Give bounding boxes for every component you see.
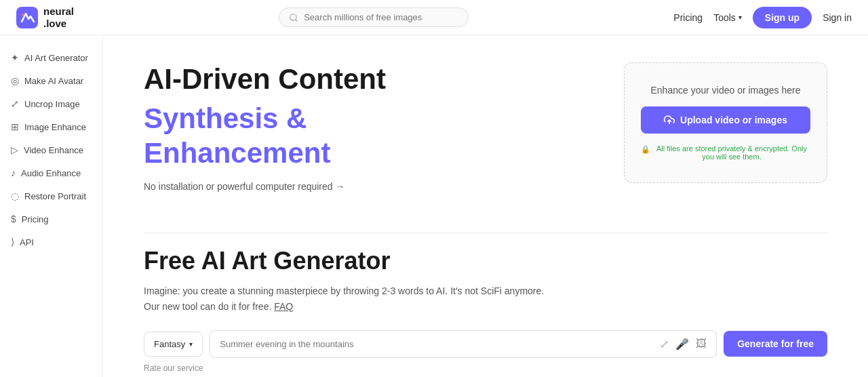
upload-icon [664,115,675,125]
section-divider [144,233,827,233]
art-section: Free AI Art Generator Imagine: you creat… [144,247,827,373]
logo-text: neural .love [43,5,74,30]
hero-text: AI-Driven Content Synthesis & Enhancemen… [144,62,597,192]
faq-link[interactable]: FAQ [274,301,293,312]
expand-icon[interactable]: ⤢ [660,338,669,351]
svg-point-2 [290,14,296,20]
api-icon: ⟩ [11,237,14,247]
security-notice: 🔒 All files are stored privately & encry… [641,144,810,161]
art-section-desc: Imagine: you create a stunning masterpie… [144,283,827,314]
search-bar[interactable] [279,7,469,27]
app-layout: ✦ AI Art Generator ◎ Make AI Avatar ⤢ Un… [0,35,868,377]
search-input[interactable] [304,12,458,22]
sidebar-item-pricing[interactable]: $ Pricing [0,207,102,231]
hero-subtitle: No installation or powerful computer req… [144,181,597,192]
sidebar-item-ai-art-generator[interactable]: ✦ AI Art Generator [0,46,102,69]
ai-art-icon: ✦ [11,52,19,63]
restore-icon: ◌ [11,191,19,201]
uncrop-icon: ⤢ [11,98,19,109]
sidebar-item-make-ai-avatar[interactable]: ◎ Make AI Avatar [0,69,102,92]
tools-nav-button[interactable]: Tools ▾ [713,12,742,23]
prompt-icons: ⤢ 🎤 🖼 [660,338,707,351]
upload-card: Enhance your video or images here Upload… [624,62,827,183]
generate-button[interactable]: Generate for free [724,331,827,357]
sidebar-item-uncrop-image[interactable]: ⤢ Uncrop Image [0,92,102,115]
sidebar-item-video-enhance[interactable]: ▷ Video Enhance [0,138,102,161]
hero-section: AI-Driven Content Synthesis & Enhancemen… [144,62,827,192]
hero-title-line1: AI-Driven Content [144,62,597,96]
main-content: AI-Driven Content Synthesis & Enhancemen… [103,35,868,377]
style-select[interactable]: Fantasy ▾ [144,332,203,357]
chevron-down-icon: ▾ [738,14,742,21]
prompt-input-wrapper: ⤢ 🎤 🖼 [210,330,717,358]
signup-button[interactable]: Sign up [753,7,812,28]
signin-link[interactable]: Sign in [823,12,852,23]
svg-point-1 [22,14,24,16]
sidebar-item-audio-enhance[interactable]: ♪ Audio Enhance [0,161,102,184]
image-upload-icon[interactable]: 🖼 [696,338,707,350]
microphone-icon[interactable]: 🎤 [675,338,689,351]
upload-button[interactable]: Upload video or images [641,106,810,134]
upload-label: Enhance your video or images here [650,85,800,96]
sidebar-item-api[interactable]: ⟩ API [0,231,102,254]
prompt-input[interactable] [220,339,654,349]
rate-review-text: Rate our service [144,363,827,373]
header: neural .love Pricing Tools ▾ Sign up Sig… [0,0,868,35]
audio-enhance-icon: ♪ [11,167,16,178]
header-left: neural .love [16,5,74,30]
sidebar-item-restore-portrait[interactable]: ◌ Restore Portrait [0,184,102,207]
video-enhance-icon: ▷ [11,144,18,155]
header-right: Pricing Tools ▾ Sign up Sign in [673,7,852,28]
art-section-title: Free AI Art Generator [144,247,827,275]
search-icon [289,13,298,22]
hero-title-line2: Synthesis & Enhancement [144,102,597,170]
logo-icon [16,7,38,28]
generator-bar: Fantasy ▾ ⤢ 🎤 🖼 Generate for free [144,330,827,358]
sidebar: ✦ AI Art Generator ◎ Make AI Avatar ⤢ Un… [0,35,103,377]
pricing-nav-link[interactable]: Pricing [673,12,703,23]
avatar-icon: ◎ [11,75,19,86]
sidebar-item-image-enhance[interactable]: ⊞ Image Enhance [0,115,102,138]
style-chevron-icon: ▾ [189,340,193,348]
image-enhance-icon: ⊞ [11,121,19,132]
lock-icon: 🔒 [641,145,650,154]
pricing-icon: $ [11,214,16,224]
